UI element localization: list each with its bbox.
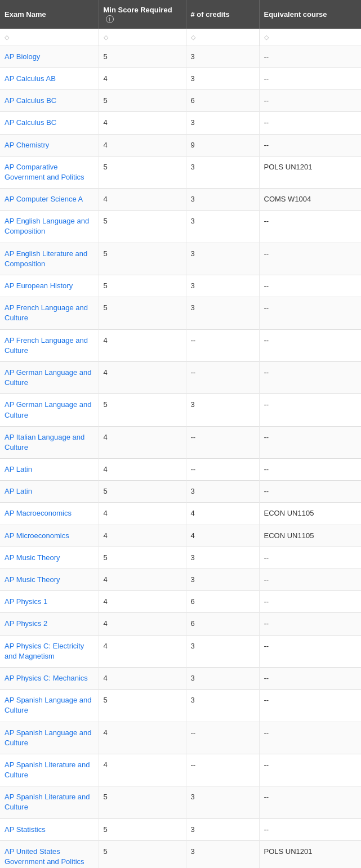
- credits-cell: 3: [186, 690, 259, 722]
- table-row: AP French Language and Culture4----: [0, 329, 361, 361]
- min-score-cell: 5: [99, 481, 186, 503]
- exam-name-link[interactable]: AP Chemistry: [5, 141, 49, 149]
- table-row: AP French Language and Culture53--: [0, 297, 361, 329]
- exam-name-link[interactable]: AP Physics 2: [5, 619, 47, 628]
- table-row: AP English Literature and Composition53-…: [0, 243, 361, 275]
- table-row: AP Calculus BC56--: [0, 90, 361, 112]
- exam-name-link[interactable]: AP Calculus BC: [5, 118, 56, 127]
- info-icon[interactable]: i: [106, 15, 114, 23]
- table-row: AP German Language and Culture53--: [0, 394, 361, 426]
- min-score-cell: 5: [99, 243, 186, 275]
- equivalent-cell: --: [259, 722, 361, 754]
- exam-name-link[interactable]: AP Physics C: Electricity and Magnetism: [5, 642, 84, 660]
- equivalent-cell: --: [259, 329, 361, 361]
- table-row: AP Spanish Literature and Culture4----: [0, 754, 361, 786]
- exam-name-link[interactable]: AP Microeconomics: [5, 531, 69, 540]
- min-score-cell: 5: [99, 818, 186, 840]
- sort-diamond-credits[interactable]: ◇: [191, 34, 195, 41]
- credits-cell: --: [186, 754, 259, 786]
- table-row: AP Italian Language and Culture4----: [0, 426, 361, 458]
- equivalent-cell: --: [259, 46, 361, 68]
- credits-cell: 3: [186, 68, 259, 90]
- min-score-cell: 4: [99, 503, 186, 525]
- table-row: AP Macroeconomics44ECON UN1105: [0, 503, 361, 525]
- equivalent-cell: ECON UN1105: [259, 503, 361, 525]
- min-score-cell: 4: [99, 329, 186, 361]
- min-score-cell: 5: [99, 156, 186, 188]
- equivalent-cell: --: [259, 818, 361, 840]
- equivalent-cell: --: [259, 635, 361, 667]
- min-score-cell: 5: [99, 297, 186, 329]
- equivalent-cell: --: [259, 243, 361, 275]
- exam-name-link[interactable]: AP Physics C: Mechanics: [5, 674, 88, 682]
- exam-name-link[interactable]: AP French Language and Culture: [5, 303, 88, 322]
- exam-name-link[interactable]: AP Macroeconomics: [5, 509, 72, 517]
- exam-name-link[interactable]: AP Physics 1: [5, 597, 47, 606]
- table-row: AP Physics 146--: [0, 591, 361, 613]
- exam-name-link[interactable]: AP Comparative Government and Politics: [5, 163, 84, 181]
- exam-name-link[interactable]: AP Spanish Language and Culture: [5, 728, 91, 747]
- equivalent-cell: --: [259, 547, 361, 569]
- table-row: AP Spanish Literature and Culture53--: [0, 786, 361, 818]
- credits-cell: 3: [186, 481, 259, 503]
- exam-name-link[interactable]: AP Spanish Language and Culture: [5, 696, 91, 714]
- table-row: AP Comparative Government and Politics53…: [0, 156, 361, 188]
- credits-cell: 3: [186, 667, 259, 689]
- exam-name-link[interactable]: AP Biology: [5, 52, 40, 61]
- equivalent-cell: --: [259, 394, 361, 426]
- exam-name-link[interactable]: AP Music Theory: [5, 553, 60, 562]
- exam-name-link[interactable]: AP Music Theory: [5, 575, 60, 584]
- header-exam-name: Exam Name: [0, 0, 99, 29]
- exam-name-link[interactable]: AP Italian Language and Culture: [5, 433, 84, 451]
- equivalent-cell: --: [259, 459, 361, 481]
- credits-cell: 6: [186, 591, 259, 613]
- equivalent-cell: --: [259, 690, 361, 722]
- table-row: AP Spanish Language and Culture53--: [0, 690, 361, 722]
- min-score-cell: 4: [99, 635, 186, 667]
- credits-cell: 3: [186, 243, 259, 275]
- min-score-cell: 4: [99, 426, 186, 458]
- exam-name-link[interactable]: AP Computer Science A: [5, 195, 83, 203]
- table-row: AP Calculus BC43--: [0, 112, 361, 134]
- min-score-cell: 5: [99, 211, 186, 243]
- table-row: AP Physics C: Mechanics43--: [0, 667, 361, 689]
- credits-cell: 3: [186, 818, 259, 840]
- exam-name-link[interactable]: AP European History: [5, 281, 73, 290]
- exam-name-link[interactable]: AP Spanish Literature and Culture: [5, 760, 90, 779]
- header-min-score: Min Score Required i: [99, 0, 186, 29]
- table-row: AP Spanish Language and Culture4----: [0, 722, 361, 754]
- exam-name-link[interactable]: AP German Language and Culture: [5, 368, 91, 387]
- exam-name-link[interactable]: AP Calculus AB: [5, 74, 56, 83]
- exam-name-link[interactable]: AP Calculus BC: [5, 96, 56, 105]
- table-row: AP United States Government and Politics…: [0, 840, 361, 868]
- equivalent-cell: --: [259, 754, 361, 786]
- exam-name-link[interactable]: AP United States Government and Politics: [5, 847, 84, 866]
- exam-name-link[interactable]: AP French Language and Culture: [5, 336, 88, 355]
- exam-name-link[interactable]: AP Spanish Literature and Culture: [5, 793, 90, 811]
- equivalent-cell: --: [259, 112, 361, 134]
- sort-diamond-exam[interactable]: ◇: [5, 34, 9, 41]
- min-score-cell: 4: [99, 134, 186, 156]
- credits-cell: --: [186, 426, 259, 458]
- credits-cell: 3: [186, 275, 259, 297]
- sort-controls-row: ◇ ◇ ◇ ◇: [0, 29, 361, 46]
- equivalent-cell: --: [259, 275, 361, 297]
- sort-diamond-equiv[interactable]: ◇: [264, 34, 269, 41]
- equivalent-cell: POLS UN1201: [259, 840, 361, 868]
- exam-name-link[interactable]: AP English Language and Composition: [5, 217, 89, 235]
- exam-name-link[interactable]: AP German Language and Culture: [5, 400, 91, 419]
- table-row: AP Microeconomics44ECON UN1105: [0, 525, 361, 547]
- exam-name-link[interactable]: AP English Literature and Composition: [5, 249, 87, 268]
- exam-name-link[interactable]: AP Latin: [5, 487, 32, 495]
- credits-cell: 3: [186, 112, 259, 134]
- credits-cell: 3: [186, 46, 259, 68]
- exam-name-link[interactable]: AP Statistics: [5, 825, 46, 834]
- min-score-cell: 4: [99, 613, 186, 635]
- equivalent-cell: --: [259, 591, 361, 613]
- min-score-cell: 5: [99, 690, 186, 722]
- header-credits: # of credits: [186, 0, 259, 29]
- min-score-cell: 4: [99, 525, 186, 547]
- sort-diamond-min[interactable]: ◇: [104, 34, 108, 41]
- credits-cell: --: [186, 459, 259, 481]
- exam-name-link[interactable]: AP Latin: [5, 465, 32, 473]
